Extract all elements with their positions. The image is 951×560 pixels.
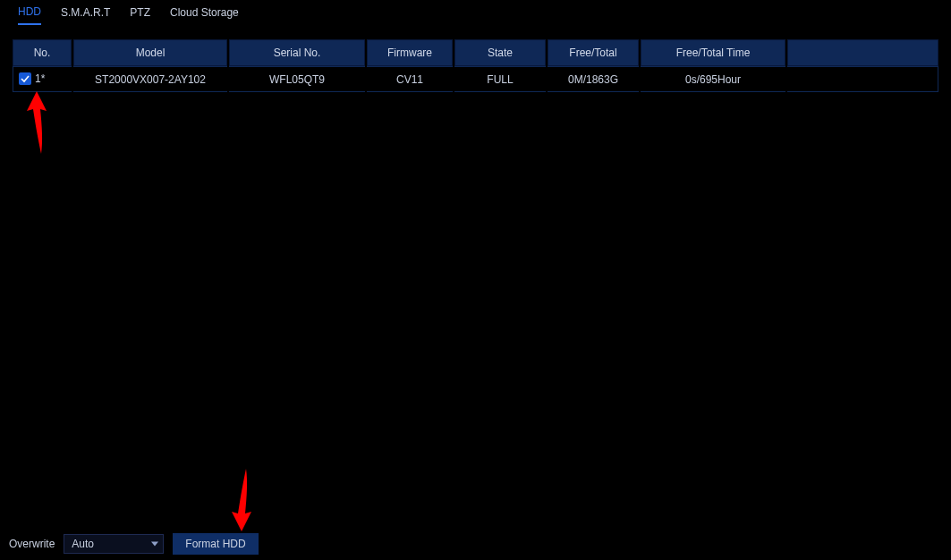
check-icon	[21, 74, 30, 83]
tab-smart[interactable]: S.M.A.R.T	[61, 6, 110, 24]
row-freetotaltime: 0s/695Hour	[641, 66, 785, 92]
row-blank	[787, 66, 938, 92]
hdd-table: No. Model Serial No. Firmware State Free…	[11, 39, 940, 92]
overwrite-select[interactable]: Auto	[64, 534, 164, 554]
table-header-row: No. Model Serial No. Firmware State Free…	[13, 39, 938, 66]
tab-cloud-storage[interactable]: Cloud Storage	[170, 6, 239, 24]
format-hdd-button[interactable]: Format HDD	[173, 533, 258, 555]
overwrite-value: Auto	[72, 538, 94, 550]
col-model: Model	[73, 39, 227, 66]
col-blank	[787, 39, 938, 66]
col-freetotaltime: Free/Total Time	[641, 39, 785, 66]
col-firmware: Firmware	[367, 39, 453, 66]
tab-ptz[interactable]: PTZ	[130, 6, 150, 24]
overwrite-label: Overwrite	[9, 538, 55, 550]
row-firmware: CV11	[367, 66, 453, 92]
annotation-arrow-up-icon	[23, 91, 50, 154]
hdd-table-container: No. Model Serial No. Firmware State Free…	[11, 39, 940, 92]
tab-hdd[interactable]: HDD	[18, 5, 41, 25]
col-serial: Serial No.	[229, 39, 365, 66]
annotation-arrow-down-icon	[228, 469, 255, 531]
row-model: ST2000VX007-2AY102	[73, 66, 227, 92]
col-no: No.	[13, 39, 72, 66]
bottom-bar: Overwrite Auto Format HDD	[9, 533, 259, 555]
row-checkbox[interactable]	[19, 72, 31, 85]
row-no-label: 1*	[35, 72, 45, 85]
col-freetotal: Free/Total	[548, 39, 639, 66]
col-state: State	[454, 39, 546, 66]
table-row[interactable]: 1* ST2000VX007-2AY102 WFL05QT9 CV11 FULL…	[13, 66, 938, 92]
tabbar: HDD S.M.A.R.T PTZ Cloud Storage	[0, 0, 951, 25]
row-state: FULL	[454, 66, 546, 92]
row-freetotal: 0M/1863G	[548, 66, 639, 92]
row-serial: WFL05QT9	[229, 66, 365, 92]
chevron-down-icon	[151, 541, 158, 547]
